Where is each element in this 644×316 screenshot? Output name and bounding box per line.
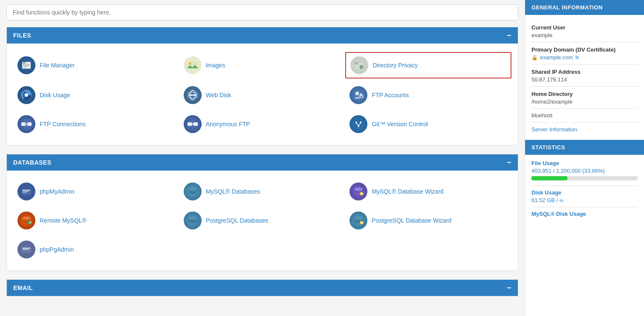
svg-rect-1 [22,62,26,64]
directory-privacy-item[interactable]: Directory Privacy [345,52,511,78]
anon-ftp-icon [184,115,202,133]
git-item[interactable]: Git™ Version Control [345,112,511,136]
primary-domain-link[interactable]: example.com [540,54,573,61]
divider-5 [531,122,638,122]
images-icon [184,56,202,74]
ftp-accounts-label: FTP Accounts [372,92,409,99]
general-info-header: GENERAL INFORMATION [525,0,644,15]
files-section-label: FILES [13,32,31,39]
file-usage-progress-bg [531,176,638,180]
search-input[interactable] [6,4,518,20]
sidebar: GENERAL INFORMATION Current User example… [525,0,644,316]
general-info-panel: GENERAL INFORMATION Current User example… [525,0,644,138]
external-link-icon: ⧉ [575,55,579,60]
directory-privacy-label: Directory Privacy [373,62,418,69]
git-icon [349,115,367,133]
email-section-label: EMAIL [13,284,33,291]
svg-text:W: W [361,192,364,195]
git-label: Git™ Version Control [372,121,428,128]
svg-rect-3 [23,65,30,66]
svg-rect-29 [193,122,198,126]
svg-point-53 [188,217,197,220]
file-usage-label: File Usage [531,160,638,166]
svg-point-49 [22,217,31,220]
divider-4 [531,108,638,109]
files-section-header[interactable]: FILES − [7,27,518,43]
postgresql-wizard-item[interactable]: W PostgreSQL Database Wizard [345,208,511,233]
web-disk-icon [184,86,202,104]
ftp-accounts-item[interactable]: FTP Accounts [345,83,511,107]
phppg-icon [17,241,35,258]
ftp-conn-icon [17,115,35,133]
statistics-body: File Usage 403,951 / 1,200,000 (33.66%) … [525,155,644,223]
files-section: FILES − [6,27,518,145]
email-section-header[interactable]: EMAIL − [7,280,518,296]
postgresql-label: PostgreSQL Databases [206,217,269,224]
phpmyadmin-item[interactable]: phpMyAdmin [13,179,179,204]
disk-usage-stat-value: 61.52 GB / ∞ [531,197,638,203]
divider-3 [531,86,638,87]
server-info-link[interactable]: Server Information [531,126,577,133]
images-label: Images [206,62,225,69]
svg-rect-8 [354,62,358,64]
mysql-wizard-label: MySQL® Database Wizard [372,188,443,195]
divider-6 [531,186,638,186]
svg-point-19 [355,92,359,95]
files-grid: File Manager Images [13,52,511,136]
svg-rect-39 [23,190,30,191]
svg-point-43 [188,188,197,191]
svg-point-22 [361,96,362,97]
svg-rect-2 [23,64,30,65]
remote-mysql-icon: ↺ [17,212,35,229]
general-info-title: GENERAL INFORMATION [531,4,603,11]
web-disk-item[interactable]: Web Disk [179,83,346,107]
file-manager-item[interactable]: File Manager [13,52,179,78]
primary-domain-label: Primary Domain (DV Certificate) [531,46,638,53]
svg-rect-40 [23,191,29,192]
lock-icon: 🔒 [531,55,538,61]
postgres-wiz-icon: W [349,212,367,229]
anonymous-ftp-item[interactable]: Anonymous FTP [179,112,346,136]
phppgadmin-item[interactable]: phpPgAdmin [13,237,179,262]
svg-rect-28 [188,122,192,126]
files-collapse-btn[interactable]: − [507,32,511,39]
phpmyadmin-icon [17,183,35,200]
divider-1 [531,42,638,42]
databases-section-label: DATABASES [13,159,52,166]
postgres-icon [184,212,202,229]
divider-7 [531,207,638,207]
mysql-wizard-item[interactable]: W MySQL® Database Wizard [345,179,511,204]
ftp-connections-item[interactable]: FTP Connections [13,112,179,136]
remote-mysql-label: Remote MySQL® [40,217,87,224]
postgresql-wizard-label: PostgreSQL Database Wizard [372,217,451,224]
email-section: EMAIL − [6,279,518,296]
mysql-item[interactable]: MySQL® Databases [179,179,346,204]
svg-rect-4 [23,67,27,67]
phppgadmin-label: phpPgAdmin [40,246,74,253]
mysql-disk-label: MySQL® Disk Usage [531,211,638,217]
remote-mysql-item[interactable]: ↺ Remote MySQL® [13,208,179,233]
file-manager-label: File Manager [40,62,75,69]
databases-section-header[interactable]: DATABASES − [7,154,518,171]
file-usage-value: 403,951 / 1,200,000 (33.66%) [531,168,638,174]
statistics-title: STATISTICS [531,144,565,151]
databases-collapse-btn[interactable]: − [507,159,511,166]
databases-section-body: phpMyAdmin MySQL® Databases [7,171,518,270]
divider-2 [531,64,638,64]
mysql-wiz-icon: W [349,183,367,200]
statistics-header: STATISTICS [525,140,644,155]
svg-point-6 [189,63,191,65]
svg-rect-59 [23,248,30,249]
ftp-accounts-icon [349,86,367,104]
email-collapse-btn[interactable]: − [507,284,511,292]
current-user-label: Current User [531,24,638,31]
postgresql-item[interactable]: PostgreSQL Databases [179,208,346,233]
disk-usage-item[interactable]: Disk Usage [13,83,179,107]
current-user-value: example [531,32,638,38]
images-item[interactable]: Images [179,52,346,78]
server-brand: bluehost [531,112,638,119]
svg-point-13 [25,93,28,97]
disk-usage-stat-label: Disk Usage [531,189,638,196]
svg-text:W: W [361,221,364,224]
disk-usage-label: Disk Usage [40,92,70,99]
